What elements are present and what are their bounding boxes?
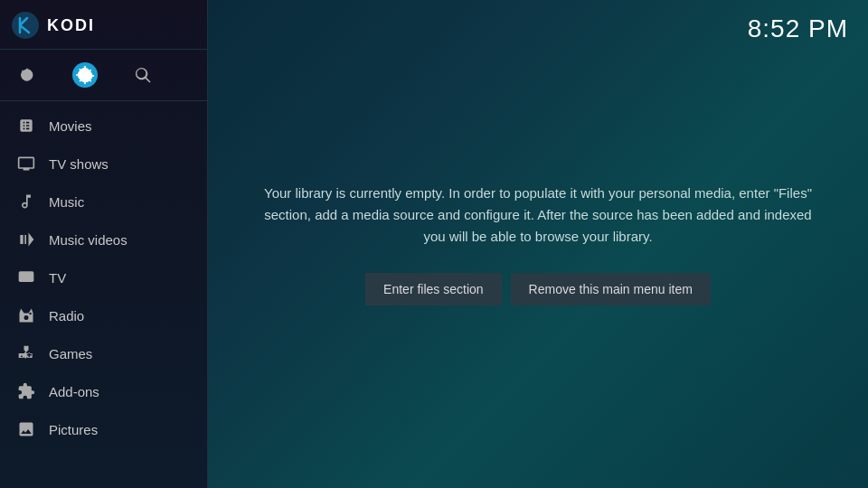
sidebar-item-tv-shows[interactable]: TV shows <box>0 145 207 183</box>
sidebar-item-radio-label: Radio <box>49 308 84 324</box>
settings-icon[interactable] <box>72 62 98 88</box>
sidebar-item-games-label: Games <box>49 346 92 361</box>
kodi-logo: KODI <box>11 11 95 40</box>
sidebar-item-music-videos-label: Music videos <box>49 232 127 248</box>
sidebar-item-music-label: Music <box>49 194 84 210</box>
sidebar-item-add-ons-label: Add-ons <box>49 384 99 399</box>
message-area: Your library is currently empty. In orde… <box>208 0 868 488</box>
sidebar-item-radio[interactable]: Radio <box>0 296 207 334</box>
radio-icon <box>16 305 36 325</box>
message-buttons: Enter files section Remove this main men… <box>365 273 711 305</box>
sidebar-item-add-ons[interactable]: Add-ons <box>0 372 207 410</box>
remove-menu-item-button[interactable]: Remove this main menu item <box>511 273 711 305</box>
pictures-icon <box>16 419 36 439</box>
tv-icon <box>16 267 36 287</box>
sidebar-item-pictures-label: Pictures <box>49 422 98 437</box>
sidebar-item-movies-label: Movies <box>49 118 92 134</box>
sidebar-item-tv-label: TV <box>49 270 66 286</box>
kodi-wordmark: KODI <box>47 16 95 35</box>
svg-rect-1 <box>19 271 34 282</box>
search-icon[interactable] <box>130 62 156 88</box>
games-icon <box>16 343 36 363</box>
kodi-logo-icon <box>11 11 40 40</box>
power-icon[interactable] <box>14 62 40 88</box>
add-ons-icon <box>16 381 36 401</box>
main-content: 8:52 PM Your library is currently empty.… <box>208 0 868 488</box>
sidebar-item-movies[interactable]: Movies <box>0 107 207 145</box>
sidebar: KODI Movies TV shows <box>0 0 208 488</box>
sidebar-item-music[interactable]: Music <box>0 183 207 221</box>
sidebar-item-tv-shows-label: TV shows <box>49 156 108 172</box>
nav-list: Movies TV shows Music Music videos TV <box>0 101 207 488</box>
sidebar-item-music-videos[interactable]: Music videos <box>0 221 207 258</box>
music-videos-icon <box>16 230 36 249</box>
top-icons-bar <box>0 50 207 101</box>
tv-shows-icon <box>16 154 36 174</box>
sidebar-item-tv[interactable]: TV <box>0 258 207 296</box>
svg-point-0 <box>12 12 39 39</box>
library-empty-message: Your library is currently empty. In orde… <box>262 183 814 248</box>
sidebar-item-pictures[interactable]: Pictures <box>0 410 207 448</box>
enter-files-section-button[interactable]: Enter files section <box>365 273 502 305</box>
clock: 8:52 PM <box>748 14 848 43</box>
sidebar-item-games[interactable]: Games <box>0 334 207 372</box>
movies-icon <box>16 116 36 136</box>
music-icon <box>16 192 36 211</box>
sidebar-header: KODI <box>0 0 207 50</box>
